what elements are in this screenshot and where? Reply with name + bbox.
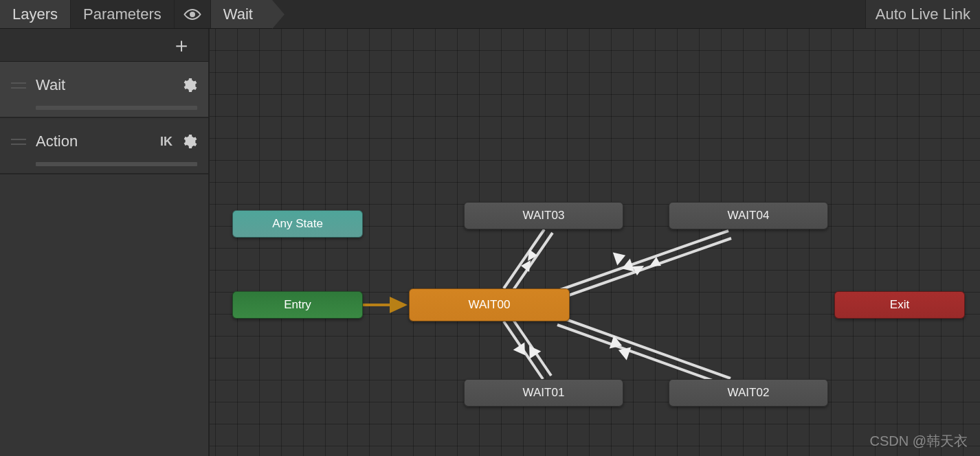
node-entry[interactable]: Entry [232, 291, 363, 319]
layer-item-action[interactable]: Action IK [0, 118, 208, 174]
layer-item-wait[interactable]: Wait [0, 62, 208, 118]
tab-layers[interactable]: Layers [0, 0, 71, 28]
svg-line-5 [563, 238, 731, 297]
node-wait03[interactable]: WAIT03 [464, 202, 623, 229]
panel-tabs: Layers Parameters [0, 0, 211, 28]
watermark: CSDN @韩天衣 [869, 432, 968, 451]
node-wait02[interactable]: WAIT02 [669, 379, 828, 407]
layer-weight-bar [36, 162, 197, 166]
svg-line-7 [512, 318, 551, 376]
node-wait00[interactable]: WAIT00 [409, 288, 570, 321]
svg-line-2 [504, 229, 544, 288]
drag-handle-icon[interactable] [11, 136, 26, 147]
node-wait04[interactable]: WAIT04 [669, 202, 828, 229]
tab-parameters[interactable]: Parameters [71, 0, 175, 28]
add-layer-button[interactable]: ＋ [171, 35, 192, 56]
layer-name: Action [36, 133, 160, 150]
layer-weight-bar [36, 106, 197, 110]
svg-line-4 [560, 231, 728, 290]
breadcrumb[interactable]: Wait [211, 0, 272, 28]
svg-line-9 [557, 325, 728, 386]
layers-panel: ＋ Wait Action IK [0, 29, 210, 456]
gear-icon[interactable] [181, 77, 197, 93]
drag-handle-icon[interactable] [11, 80, 26, 91]
svg-line-3 [512, 233, 553, 292]
top-bar: Layers Parameters Wait Auto Live Link [0, 0, 980, 29]
svg-line-8 [560, 317, 731, 378]
graph-canvas[interactable]: Any State Entry WAIT00 WAIT03 WAIT04 WAI… [210, 29, 980, 456]
visibility-toggle[interactable] [175, 0, 211, 28]
ik-badge: IK [160, 135, 172, 149]
gear-icon[interactable] [181, 133, 197, 150]
node-wait01[interactable]: WAIT01 [464, 379, 623, 407]
auto-live-link-button[interactable]: Auto Live Link [865, 0, 980, 28]
layer-name: Wait [36, 76, 181, 94]
svg-point-0 [190, 12, 195, 17]
eye-icon [183, 8, 202, 21]
layers-panel-header: ＋ [0, 29, 208, 62]
node-any-state[interactable]: Any State [232, 210, 363, 238]
svg-line-6 [504, 321, 543, 379]
node-exit[interactable]: Exit [834, 291, 965, 319]
